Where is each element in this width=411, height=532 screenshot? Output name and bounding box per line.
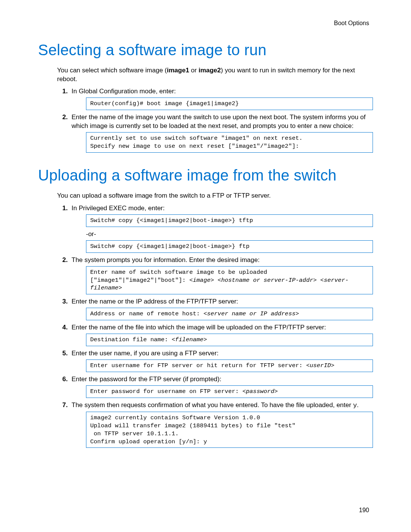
bold-image1: image1 bbox=[167, 67, 190, 74]
section1-body: You can select which software image (ima… bbox=[57, 66, 373, 153]
code-block: Currently set to use switch software "im… bbox=[86, 132, 373, 153]
list-item: 6. Enter the password for the FTP server… bbox=[57, 375, 373, 398]
code-block: Destination file name: <filename> bbox=[86, 334, 373, 346]
list-item: 5. Enter the user name, if you are using… bbox=[57, 349, 373, 372]
bold-image2: image2 bbox=[199, 67, 221, 74]
code-block: Enter name of switch software image to b… bbox=[86, 266, 373, 295]
step-number: 6. bbox=[57, 375, 68, 384]
step-text: Enter the name or the IP address of the … bbox=[72, 298, 238, 305]
step-text: Enter the password for the FTP server (i… bbox=[72, 375, 221, 383]
code-italic: <userID> bbox=[306, 362, 334, 369]
section1-intro: You can select which software image (ima… bbox=[57, 66, 373, 84]
step-text: In Privileged EXEC mode, enter: bbox=[72, 204, 165, 212]
code-plain: Enter username for FTP server or hit ret… bbox=[90, 362, 306, 369]
heading-select-image: Selecting a software image to run bbox=[38, 40, 373, 60]
text: or bbox=[189, 67, 199, 74]
list-item: 3. Enter the name or the IP address of t… bbox=[57, 297, 373, 320]
section2-intro: You can upload a software image from the… bbox=[57, 192, 373, 200]
heading-upload-image: Uploading a software image from the swit… bbox=[38, 165, 373, 185]
code-block: Switch# copy {<image1|image2|boot-image>… bbox=[86, 214, 373, 227]
list-item: 4. Enter the name of the file into which… bbox=[57, 323, 373, 346]
code-block: Address or name of remote host: <server … bbox=[86, 308, 373, 320]
step-text: In Global Configuration mode, enter: bbox=[72, 88, 176, 95]
code-italic: <server name or IP address> bbox=[204, 310, 299, 317]
step-text: The system prompts you for information. … bbox=[72, 256, 260, 264]
code-italic: <filename> bbox=[172, 336, 207, 343]
page: Boot Options Selecting a software image … bbox=[0, 0, 411, 532]
step-text: The system then requests confirmation of… bbox=[72, 401, 359, 409]
code-block: Enter username for FTP server or hit ret… bbox=[86, 359, 373, 372]
list-item: 1. In Privileged EXEC mode, enter: Switc… bbox=[57, 204, 373, 253]
step-number: 2. bbox=[57, 113, 68, 122]
list-item: 2. The system prompts you for informatio… bbox=[57, 256, 373, 295]
step-number: 3. bbox=[57, 297, 68, 306]
list-item: 2. Enter the name of the image you want … bbox=[57, 113, 373, 153]
step-text: Enter the user name, if you are using a … bbox=[72, 350, 218, 357]
step-number: 7. bbox=[57, 401, 68, 410]
code-italic: <password> bbox=[242, 388, 278, 395]
code-block: Router(config)# boot image {image1|image… bbox=[86, 97, 373, 110]
code-block: Switch# copy {<image1|image2|boot-image>… bbox=[86, 240, 373, 253]
step-number: 2. bbox=[57, 256, 68, 265]
running-head: Boot Options bbox=[38, 19, 373, 27]
step-number: 4. bbox=[57, 323, 68, 332]
step-text: Enter the name of the image you want the… bbox=[72, 113, 366, 129]
inline-mono: y bbox=[353, 402, 357, 409]
step-number: 1. bbox=[57, 204, 68, 213]
list-item: 1. In Global Configuration mode, enter: … bbox=[57, 87, 373, 110]
step-text: Enter the name of the file into which th… bbox=[72, 324, 326, 331]
step-number: 1. bbox=[57, 87, 68, 96]
code-block: image2 currently contains Software Versi… bbox=[86, 412, 373, 448]
section1-steps: 1. In Global Configuration mode, enter: … bbox=[57, 87, 373, 153]
code-plain: Enter password for username on FTP serve… bbox=[90, 388, 242, 395]
code-plain: Address or name of remote host: bbox=[90, 310, 204, 317]
code-plain: Destination file name: bbox=[90, 336, 172, 343]
list-item: 7. The system then requests confirmation… bbox=[57, 401, 373, 448]
page-number: 190 bbox=[359, 506, 369, 514]
text: . bbox=[357, 401, 359, 409]
code-block: Enter password for username on FTP serve… bbox=[86, 385, 373, 398]
section2-body: You can upload a software image from the… bbox=[57, 192, 373, 448]
or-label: -or- bbox=[86, 230, 373, 239]
text: The system then requests confirmation of… bbox=[72, 401, 353, 409]
step-number: 5. bbox=[57, 349, 68, 358]
section2-steps: 1. In Privileged EXEC mode, enter: Switc… bbox=[57, 204, 373, 448]
text: You can select which software image ( bbox=[57, 67, 167, 74]
